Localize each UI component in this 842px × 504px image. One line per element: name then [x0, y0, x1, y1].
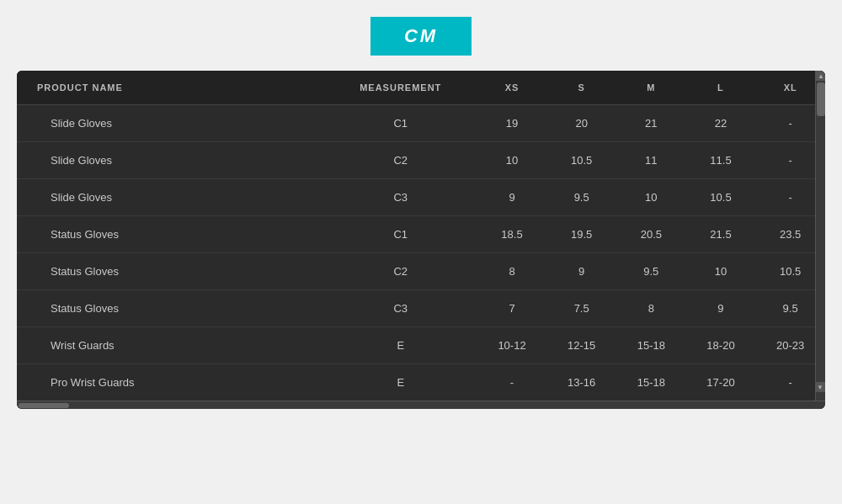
- table-row: Status GlovesC377.5899.5: [17, 290, 825, 327]
- cell-size: 10-12: [477, 327, 547, 364]
- cell-product: Status Gloves: [17, 253, 324, 290]
- cell-size: 19.5: [546, 216, 616, 253]
- scrollbar-x[interactable]: [17, 401, 825, 409]
- cell-product: Slide Gloves: [17, 142, 324, 179]
- cell-size: 11.5: [686, 142, 756, 179]
- cell-size: 9.5: [616, 253, 686, 290]
- cell-size: 20: [546, 105, 616, 142]
- cell-size: 18-20: [686, 327, 756, 364]
- cell-size: 15-18: [616, 327, 686, 364]
- table-header-row: PRODUCT NAME MEASUREMENT XS S M L XL: [17, 71, 825, 105]
- cell-size: 9: [477, 179, 547, 216]
- scrollbar-y-thumb[interactable]: [817, 82, 825, 116]
- cell-measurement: C1: [324, 216, 477, 253]
- col-header-m: M: [616, 71, 686, 105]
- cell-product: Pro Wrist Guards: [17, 364, 324, 401]
- cell-size: 22: [686, 105, 756, 142]
- table-row: Status GlovesC118.519.520.521.523.5: [17, 216, 825, 253]
- cell-size: 10: [686, 253, 756, 290]
- cell-size: 13-16: [546, 364, 616, 401]
- cell-size: 21.5: [686, 216, 756, 253]
- scroll-arrow-down[interactable]: ▼: [815, 382, 825, 392]
- cell-measurement: C2: [324, 142, 477, 179]
- cell-product: Status Gloves: [17, 216, 324, 253]
- table-row: Pro Wrist GuardsE-13-1615-1817-20-: [17, 364, 825, 401]
- cell-size: 15-18: [616, 364, 686, 401]
- scrollbar-x-thumb[interactable]: [19, 403, 69, 408]
- cell-product: Wrist Guards: [17, 327, 324, 364]
- cell-measurement: C3: [324, 290, 477, 327]
- cm-badge: CM: [370, 17, 472, 56]
- table-row: Slide GlovesC21010.51111.5-: [17, 142, 825, 179]
- cell-size: 10.5: [546, 142, 616, 179]
- cell-size: -: [477, 364, 547, 401]
- col-header-measurement: MEASUREMENT: [324, 71, 477, 105]
- cell-size: 19: [477, 105, 547, 142]
- table-row: Wrist GuardsE10-1212-1515-1818-2020-23: [17, 327, 825, 364]
- cell-measurement: E: [324, 327, 477, 364]
- cell-product: Slide Gloves: [17, 179, 324, 216]
- cell-size: 10: [477, 142, 547, 179]
- cell-size: 9.5: [546, 179, 616, 216]
- cell-size: 21: [616, 105, 686, 142]
- cell-size: 9: [546, 253, 616, 290]
- cell-size: 8: [477, 253, 547, 290]
- cell-measurement: C1: [324, 105, 477, 142]
- table-wrapper: ▲ ▼ PRODUCT NAME MEASUREMENT XS S M L XL…: [17, 71, 825, 409]
- col-header-s: S: [546, 71, 616, 105]
- size-chart-table: PRODUCT NAME MEASUREMENT XS S M L XL Sli…: [17, 71, 825, 401]
- cell-size: 10: [616, 179, 686, 216]
- col-header-product: PRODUCT NAME: [17, 71, 324, 105]
- cell-size: 18.5: [477, 216, 547, 253]
- cell-size: 17-20: [686, 364, 756, 401]
- cell-size: 20.5: [616, 216, 686, 253]
- cell-size: 9: [686, 290, 756, 327]
- table-row: Slide GlovesC399.51010.5-: [17, 179, 825, 216]
- table-row: Slide GlovesC119202122-: [17, 105, 825, 142]
- cell-product: Status Gloves: [17, 290, 324, 327]
- cell-size: 7: [477, 290, 547, 327]
- cell-measurement: C2: [324, 253, 477, 290]
- col-header-l: L: [686, 71, 756, 105]
- cell-size: 7.5: [546, 290, 616, 327]
- cell-size: 10.5: [686, 179, 756, 216]
- cell-product: Slide Gloves: [17, 105, 324, 142]
- scrollbar-y-area[interactable]: ▲ ▼: [815, 71, 825, 401]
- cell-size: 11: [616, 142, 686, 179]
- col-header-xs: XS: [477, 71, 547, 105]
- cell-size: 12-15: [546, 327, 616, 364]
- cell-size: 8: [616, 290, 686, 327]
- cell-measurement: C3: [324, 179, 477, 216]
- scroll-arrow-up[interactable]: ▲: [816, 71, 825, 81]
- cell-measurement: E: [324, 364, 477, 401]
- table-row: Status GlovesC2899.51010.5: [17, 253, 825, 290]
